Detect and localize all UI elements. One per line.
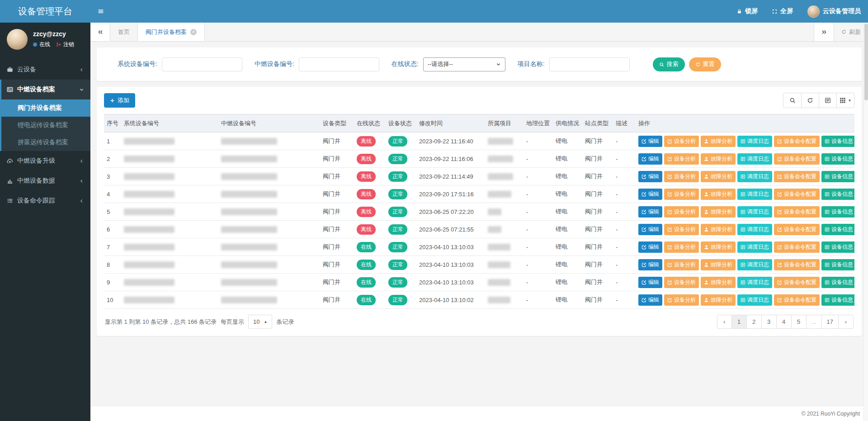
- sidebar-link[interactable]: 设备命令跟踪: [1, 191, 90, 211]
- dispatch-log-button[interactable]: 调度日志: [737, 171, 772, 182]
- dispatch-log-button[interactable]: 调度日志: [737, 277, 772, 288]
- fault-analysis-button[interactable]: 故障分析: [701, 224, 736, 235]
- fault-analysis-button[interactable]: 故障分析: [701, 153, 736, 165]
- device-analysis-button[interactable]: 设备分析: [664, 136, 699, 147]
- page-button[interactable]: 17: [822, 315, 839, 329]
- device-command-config-button[interactable]: 设备命令配置: [774, 241, 820, 253]
- sidebar-link[interactable]: 云设备: [1, 60, 90, 80]
- device-info-button[interactable]: 设备信息: [821, 206, 854, 218]
- device-analysis-button[interactable]: 设备分析: [664, 224, 699, 235]
- tab[interactable]: 阀门井设备档案×: [138, 23, 205, 41]
- fault-analysis-button[interactable]: 故障分析: [701, 294, 736, 306]
- tab[interactable]: 首页: [110, 23, 138, 41]
- fault-analysis-button[interactable]: 故障分析: [701, 241, 736, 253]
- table-refresh-button[interactable]: [801, 93, 819, 108]
- device-info-button[interactable]: 设备信息: [821, 153, 854, 165]
- search-field-input[interactable]: [299, 57, 379, 71]
- edit-button[interactable]: 编辑: [638, 241, 662, 253]
- device-info-button[interactable]: 设备信息: [821, 259, 854, 270]
- device-command-config-button[interactable]: 设备命令配置: [774, 189, 820, 200]
- tabs-scroll-left-button[interactable]: [90, 23, 110, 41]
- dispatch-log-button[interactable]: 调度日志: [737, 259, 772, 270]
- sidebar-link[interactable]: 中燃设备数据: [1, 171, 90, 191]
- device-command-config-button[interactable]: 设备命令配置: [774, 224, 820, 235]
- page-button[interactable]: 4: [777, 315, 792, 329]
- device-command-config-button[interactable]: 设备命令配置: [774, 259, 820, 270]
- logout-link[interactable]: 注销: [63, 41, 74, 48]
- fault-analysis-button[interactable]: 故障分析: [701, 277, 736, 288]
- page-button[interactable]: 5: [792, 315, 807, 329]
- sidebar-subitem[interactable]: 阀门井设备档案: [1, 99, 90, 117]
- device-command-config-button[interactable]: 设备命令配置: [774, 153, 820, 165]
- fullscreen-button[interactable]: 全屏: [765, 0, 800, 23]
- sidebar-link[interactable]: 中燃设备升级: [1, 151, 90, 171]
- device-command-config-button[interactable]: 设备命令配置: [774, 206, 820, 218]
- sidebar-toggle-button[interactable]: [90, 0, 111, 23]
- device-analysis-button[interactable]: 设备分析: [664, 259, 699, 270]
- dispatch-log-button[interactable]: 调度日志: [737, 189, 772, 200]
- edit-button[interactable]: 编辑: [638, 294, 662, 306]
- sidebar-link[interactable]: 中燃设备档案: [1, 80, 90, 99]
- device-info-button[interactable]: 设备信息: [821, 241, 854, 253]
- tabs-scroll-right-button[interactable]: [814, 23, 834, 41]
- fault-analysis-button[interactable]: 故障分析: [701, 259, 736, 270]
- device-info-button[interactable]: 设备信息: [821, 277, 854, 288]
- page-button[interactable]: 2: [747, 315, 762, 329]
- scrollbar[interactable]: [863, 23, 868, 421]
- device-analysis-button[interactable]: 设备分析: [664, 171, 699, 182]
- device-analysis-button[interactable]: 设备分析: [664, 241, 699, 253]
- device-info-button[interactable]: 设备信息: [821, 224, 854, 235]
- dispatch-log-button[interactable]: 调度日志: [737, 241, 772, 253]
- dispatch-log-button[interactable]: 调度日志: [737, 294, 772, 306]
- lock-screen-button[interactable]: 锁屏: [730, 0, 765, 23]
- page-size-select[interactable]: 10 ▲: [248, 315, 272, 329]
- device-info-button[interactable]: 设备信息: [821, 294, 854, 306]
- page-button[interactable]: 1: [732, 315, 747, 329]
- device-analysis-button[interactable]: 设备分析: [664, 153, 699, 165]
- fault-analysis-button[interactable]: 故障分析: [701, 189, 736, 200]
- fault-analysis-button[interactable]: 故障分析: [701, 136, 736, 147]
- scrollbar-thumb[interactable]: [864, 24, 868, 100]
- dispatch-log-button[interactable]: 调度日志: [737, 153, 772, 165]
- device-command-config-button[interactable]: 设备命令配置: [774, 294, 820, 306]
- table-columns-button[interactable]: ▼: [836, 93, 854, 108]
- device-info-button[interactable]: 设备信息: [821, 189, 854, 200]
- dispatch-log-button[interactable]: 调度日志: [737, 206, 772, 218]
- user-menu[interactable]: 云设备管理员: [800, 0, 868, 23]
- tab-close-icon[interactable]: ×: [190, 29, 197, 35]
- edit-button[interactable]: 编辑: [638, 206, 662, 218]
- table-search-button[interactable]: [783, 93, 801, 108]
- edit-button[interactable]: 编辑: [638, 171, 662, 182]
- edit-button[interactable]: 编辑: [638, 153, 662, 165]
- edit-button[interactable]: 编辑: [638, 277, 662, 288]
- device-info-button[interactable]: 设备信息: [821, 136, 854, 147]
- reset-button[interactable]: 重置: [689, 57, 721, 71]
- edit-button[interactable]: 编辑: [638, 189, 662, 200]
- online-status-select[interactable]: --请选择--: [423, 57, 505, 71]
- search-field-input[interactable]: [549, 57, 630, 71]
- device-analysis-button[interactable]: 设备分析: [664, 294, 699, 306]
- device-analysis-button[interactable]: 设备分析: [664, 206, 699, 218]
- fault-analysis-button[interactable]: 故障分析: [701, 206, 736, 218]
- device-command-config-button[interactable]: 设备命令配置: [774, 171, 820, 182]
- sidebar-subitem[interactable]: 锂电远传设备档案: [1, 117, 90, 134]
- edit-button[interactable]: 编辑: [638, 224, 662, 235]
- fault-analysis-button[interactable]: 故障分析: [701, 171, 736, 182]
- edit-button[interactable]: 编辑: [638, 136, 662, 147]
- table-detail-view-button[interactable]: [819, 93, 836, 108]
- device-info-button[interactable]: 设备信息: [821, 171, 854, 182]
- search-field-input[interactable]: [162, 57, 242, 71]
- page-button[interactable]: ...: [807, 315, 822, 329]
- device-analysis-button[interactable]: 设备分析: [664, 277, 699, 288]
- device-command-config-button[interactable]: 设备命令配置: [774, 277, 820, 288]
- refresh-tab-button[interactable]: 刷新: [834, 23, 868, 41]
- dispatch-log-button[interactable]: 调度日志: [737, 224, 772, 235]
- edit-button[interactable]: 编辑: [638, 259, 662, 270]
- device-command-config-button[interactable]: 设备命令配置: [774, 136, 820, 147]
- sidebar-subitem[interactable]: 拼装远传设备档案: [1, 134, 90, 151]
- search-button[interactable]: 搜索: [653, 57, 685, 71]
- dispatch-log-button[interactable]: 调度日志: [737, 136, 772, 147]
- page-button[interactable]: 3: [762, 315, 777, 329]
- device-analysis-button[interactable]: 设备分析: [664, 189, 699, 200]
- add-button[interactable]: 添加: [104, 93, 135, 108]
